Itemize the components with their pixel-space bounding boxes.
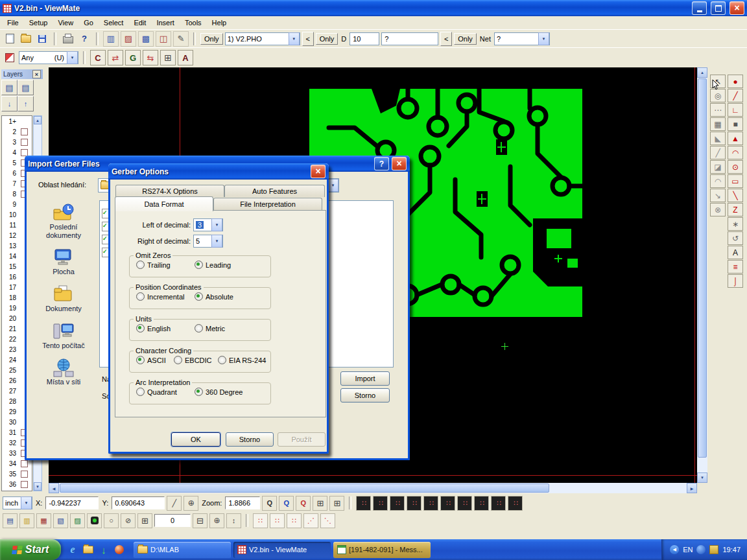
minimize-button[interactable] [692,1,707,15]
internet-explorer-icon[interactable] [66,543,79,556]
tool-icon[interactable]: ◠ [710,174,726,188]
tab-data-format[interactable]: Data Format [115,196,213,211]
tab-file-interpretation[interactable]: File Interpretation [213,198,322,210]
dialog-titlebar[interactable]: Gerber Options [108,163,329,180]
mode-icon[interactable]: ▦ [36,513,51,528]
display-mode-icon[interactable]: ∷ [356,496,371,511]
zoom-out-button[interactable] [296,496,311,511]
toolbar-tool-icon[interactable]: ◫ [156,31,171,47]
radio-360-degree[interactable]: 360 Degree [195,388,243,396]
browser-orb-icon[interactable] [113,543,126,556]
scrollbar-thumb[interactable] [698,78,707,458]
display-mode-icon[interactable]: ∷ [390,496,405,511]
prev-layer-button[interactable]: < [302,32,314,46]
tool-icon[interactable]: ◎ [710,89,726,102]
layer-color-swatch[interactable] [21,149,28,156]
cancel-button[interactable]: Storno [226,432,274,447]
tab-rs274x-options[interactable]: RS274-X Options [115,185,224,197]
scroll-up-icon[interactable] [697,67,707,78]
tray-update-icon[interactable] [696,545,706,554]
layer-up-button[interactable] [18,96,34,111]
radio-leading[interactable]: Leading [195,261,231,269]
layer-color-swatch[interactable] [21,128,28,135]
pattern-icon[interactable]: ∷ [270,513,285,528]
scroll-right-icon[interactable] [687,483,697,493]
language-indicator[interactable]: EN [683,546,693,554]
text-tool-button[interactable]: A [178,50,193,65]
chevron-down-icon[interactable] [211,218,222,231]
tool-icon[interactable]: ≡ [728,260,743,274]
dcode-filter-input[interactable]: ? [381,32,438,45]
tool-icon[interactable]: ↘ [710,189,726,202]
origin-button[interactable] [184,496,198,511]
app-titlebar[interactable]: V2.bin - ViewMate [0,0,747,16]
chevron-down-icon[interactable] [327,179,338,192]
grid-settings-button[interactable] [329,496,344,511]
radio-metric[interactable]: Metric [195,324,225,332]
grid-snap-button[interactable] [160,50,176,65]
grid-toggle-button[interactable] [313,496,327,511]
tool-icon[interactable]: ⌡ [728,274,743,288]
chevron-down-icon[interactable] [211,235,222,248]
taskbar-item-message[interactable]: [191-482-091] - Mess... [333,542,431,558]
layer-down-button[interactable] [1,96,18,111]
menu-item[interactable]: Edit [129,18,150,28]
scroll-down-icon[interactable] [34,482,42,491]
snap-grid-button[interactable] [137,513,152,528]
tool-icon[interactable]: ◣ [710,132,726,145]
radio-eia-rs244[interactable]: EIA RS-244 [218,356,266,364]
layer-row[interactable]: 35 [2,469,32,479]
new-file-button[interactable] [3,32,17,46]
menu-item[interactable]: Select [99,18,128,28]
tool-icon[interactable]: ■ [728,117,743,131]
mode-icon[interactable]: ▤ [3,513,18,528]
zoom-in-button[interactable] [279,496,294,511]
tool-icon[interactable]: ● [728,75,743,88]
toolbar-tool-icon[interactable]: ▩ [138,31,154,47]
display-mode-icon[interactable]: ∷ [508,496,523,511]
radio-english[interactable]: English [136,324,195,332]
radio-ascii[interactable]: ASCII [136,356,174,364]
menu-item[interactable]: Go [79,18,98,28]
scroll-up-icon[interactable] [34,116,42,124]
tool-icon[interactable]: ⊗ [710,203,726,216]
display-mode-icon[interactable]: ∷ [423,496,438,511]
pattern-icon[interactable]: ⋰ [303,513,318,528]
menu-item[interactable]: Tools [180,18,206,28]
layer-color-swatch[interactable] [21,471,28,478]
tray-app-icon[interactable] [709,545,718,554]
hide-icons-chevron[interactable] [670,545,679,554]
menu-item[interactable]: View [53,18,78,28]
tool-icon[interactable]: ╲ [728,189,743,202]
pattern-icon[interactable]: ⋱ [320,513,335,528]
swap-layers-button[interactable] [108,50,123,65]
open-file-button[interactable] [19,32,33,46]
tool-icon[interactable]: ◠ [728,146,743,159]
pattern-icon[interactable]: ∷ [287,513,302,528]
dcode-table-button[interactable]: C [90,50,106,65]
net-combo[interactable]: ? [494,32,550,45]
transform-button[interactable] [143,50,158,65]
tool-icon[interactable]: ⊙ [728,160,743,174]
tool-icon[interactable]: ▦ [710,117,726,131]
only-net-toggle[interactable]: Only [454,33,477,45]
chevron-down-icon[interactable] [21,496,32,509]
goto-button[interactable]: G [125,50,141,65]
display-mode-icon[interactable]: ∷ [457,496,472,511]
apply-button[interactable]: Použít [278,432,326,447]
pan-vertical-button[interactable] [226,513,241,528]
start-button[interactable]: Start [0,539,61,560]
display-mode-icon[interactable]: ∷ [474,496,489,511]
chevron-down-icon[interactable] [67,51,78,64]
right-of-decimal-combo[interactable]: 5 [193,235,223,248]
restore-button[interactable] [711,1,726,15]
download-app-icon[interactable] [97,543,110,556]
close-button[interactable] [729,1,744,15]
dcode-input[interactable]: 10 [350,32,379,45]
mode-icon[interactable]: ▧ [53,513,68,528]
taskbar-item-mlab[interactable]: D:\MLAB [134,542,231,558]
tool-icon[interactable]: ╱ [728,89,743,102]
tab-auto-features[interactable]: Auto Features [224,185,325,197]
left-of-decimal-combo[interactable]: 3 [193,218,223,231]
place-my-computer[interactable]: Tento počítač [32,321,95,350]
